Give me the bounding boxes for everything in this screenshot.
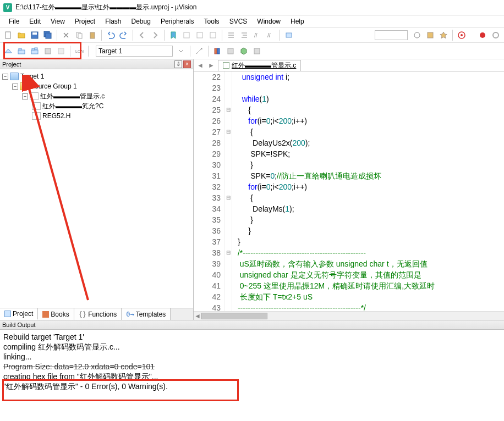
pin-icon[interactable]: ⇩ [174,60,182,68]
svg-rect-31 [254,48,260,54]
tree-file[interactable]: REG52.H [1,111,192,121]
debug-start-button[interactable] [456,29,468,41]
config2-button[interactable] [424,29,436,41]
cut-button[interactable] [60,29,72,41]
target-dropdown-button[interactable] [175,45,187,57]
title-bar: V E:\c\117-红外▬▬▬▬显示\红外▬▬▬▬显示.uvproj - µV… [0,0,504,15]
translate-button[interactable] [2,45,14,57]
menu-view[interactable]: View [46,16,69,26]
target-select-value: Target 1 [98,47,122,55]
fold-gutter[interactable]: ⊟ ⊟ ⊟ ⊟ ⊟ [224,71,232,311]
expand-icon[interactable]: − [2,74,8,80]
find-combo[interactable] [375,30,408,40]
build-button[interactable] [15,45,28,57]
undo-button[interactable] [105,29,117,41]
menu-debug[interactable]: Debug [127,16,155,26]
scroll-left-button[interactable]: ◄ [194,312,201,320]
svg-rect-26 [58,48,64,54]
file-ext-button[interactable] [224,45,237,57]
options-button[interactable] [193,45,205,57]
menu-help[interactable]: Help [286,16,309,26]
menu-flash[interactable]: Flash [101,16,125,26]
uncomment-button[interactable]: // [265,29,277,41]
open-file-button[interactable] [15,29,28,41]
close-icon[interactable]: × [183,60,191,68]
download-button[interactable]: LOAD [73,45,85,57]
tab-label: Project [13,310,33,318]
comment-button[interactable]: // [251,29,264,41]
editor-scrollbar-horizontal[interactable]: ◄ [194,311,504,320]
expand-icon[interactable]: − [12,84,18,90]
tab-label: Functions [88,311,117,318]
menu-file[interactable]: File [4,16,24,26]
tab-label: Books [51,311,69,318]
svg-rect-15 [428,32,433,38]
tree-root[interactable]: − Target 1 [1,71,192,81]
tree-file[interactable]: 红外▬▬▬▬笂允?C [1,101,192,111]
nav-back-button[interactable] [136,29,148,41]
svg-rect-21 [19,48,21,50]
manage-components-button[interactable] [238,45,250,57]
svg-rect-30 [228,48,233,54]
menu-svcs[interactable]: SVCS [225,16,252,26]
window-title: E:\c\117-红外▬▬▬▬显示\红外▬▬▬▬显示.uvproj - µVis… [15,3,196,12]
app-icon: V [3,3,12,12]
project-pane-header: Project ⇩ × [0,59,193,69]
rebuild-button[interactable] [29,45,41,57]
build-output-header: Build Output [0,320,504,330]
target-select[interactable]: Target 1 [96,46,173,57]
stop-button[interactable] [490,29,502,41]
stop-build-button[interactable] [55,45,67,57]
scroll-thumb[interactable] [201,313,267,319]
config3-button[interactable] [437,29,450,41]
menu-peripherals[interactable]: Peripherals [156,16,199,26]
tab-project[interactable]: Project [0,308,38,320]
menu-project[interactable]: Project [70,16,100,26]
paste-button[interactable] [86,29,98,41]
tab-templates[interactable]: 0→Templates [122,308,171,320]
project-tree[interactable]: − Target 1 − Source Group 1 − 红外▬▬▬▬管显示.… [0,69,193,308]
tree-group-label: Source Group 1 [30,82,77,90]
code-area[interactable]: 2223242526272829303132333435363738394041… [194,71,504,311]
new-file-button[interactable] [2,29,14,41]
batch-build-button[interactable] [42,45,54,57]
svg-rect-29 [217,48,220,54]
save-button[interactable] [29,29,41,41]
svg-rect-9 [197,32,202,38]
manage-books-button[interactable] [211,45,223,57]
find-button[interactable] [283,29,295,41]
bookmark-button[interactable] [167,29,179,41]
copy-button[interactable] [73,29,85,41]
tab-nav-right-button[interactable]: ► [207,61,216,70]
outdent-button[interactable] [238,29,250,41]
file-icon [32,112,41,120]
save-all-button[interactable] [42,29,54,41]
bookmark-prev-button[interactable] [180,29,193,41]
tab-nav-left-button[interactable]: ◄ [196,61,205,70]
svg-rect-23 [32,48,35,50]
menu-window[interactable]: Window [253,16,285,26]
config-button[interactable] [411,29,423,41]
svg-point-18 [480,32,485,38]
bookmark-next-button[interactable] [194,29,206,41]
functions-tab-icon: {} [79,311,86,318]
tree-file[interactable]: − 红外▬▬▬▬管显示.c [1,91,192,101]
tab-functions[interactable]: {}Functions [74,308,122,320]
menu-edit[interactable]: Edit [25,16,45,26]
redo-button[interactable] [118,29,130,41]
nav-forward-button[interactable] [149,29,161,41]
select-packs-button[interactable] [251,45,263,57]
build-output[interactable]: Rebuild target 'Target 1'compiling 红外解码数… [0,330,504,410]
svg-rect-6 [78,34,82,38]
menu-tools[interactable]: Tools [200,16,224,26]
tree-group[interactable]: − Source Group 1 [1,81,192,91]
svg-rect-25 [45,48,51,54]
expand-icon[interactable]: − [22,93,28,99]
editor-file-tab[interactable]: 红外▬▬▬▬管显示.c [218,60,301,71]
record-button[interactable] [476,29,489,41]
indent-button[interactable] [225,29,237,41]
tab-books[interactable]: Books [38,308,74,320]
code-text[interactable]: unsigned int i; while(1) { for(i=0;i<200… [232,71,504,311]
bookmark-clear-button[interactable] [207,29,219,41]
svg-point-14 [414,32,420,38]
